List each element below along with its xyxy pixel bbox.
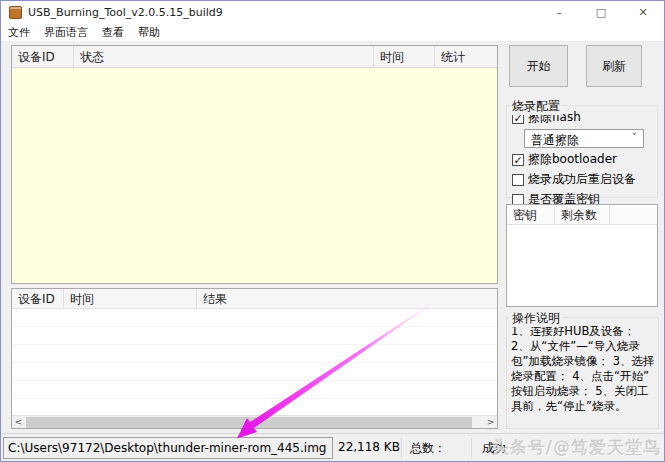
file-size: 22,118 KB — [338, 440, 400, 454]
erase-bootloader-row[interactable]: ✓ 擦除bootloader — [512, 151, 657, 168]
app-window: USB_Burning_Tool_v2.0.5.15_build9 – □ ✕ … — [0, 0, 665, 462]
app-icon — [9, 6, 22, 19]
chevron-down-icon: ˅ — [632, 132, 637, 143]
column-key[interactable]: 密钥 — [507, 205, 555, 224]
column-device-id[interactable]: 设备ID — [12, 289, 64, 308]
log-table: 设备ID 时间 结果 < > — [11, 288, 498, 429]
burn-config-title: 烧录配置 — [509, 98, 563, 115]
column-result[interactable]: 结果 — [197, 289, 497, 308]
minimize-button[interactable]: – — [538, 1, 580, 23]
reboot-after-success-label: 烧录成功后重启设备 — [528, 171, 636, 188]
column-device-id[interactable]: 设备ID — [12, 46, 74, 67]
menu-language[interactable]: 界面语言 — [37, 25, 95, 40]
key-table-header: 密钥 剩余数 — [507, 205, 657, 225]
device-status-table: 设备ID 状态 时间 统计 — [11, 45, 498, 284]
log-table-header: 设备ID 时间 结果 — [12, 289, 497, 309]
reboot-after-success-checkbox[interactable] — [512, 174, 524, 186]
horizontal-scrollbar[interactable]: < > — [12, 415, 497, 428]
burn-config-group: 烧录配置 ✓ 擦除flash 普通擦除 ˅ ✓ 擦除bootloader 烧录成… — [506, 105, 658, 198]
menu-help[interactable]: 帮助 — [131, 25, 167, 40]
column-remaining[interactable]: 剩余数 — [555, 205, 610, 224]
instructions-group: 操作说明 1、连接好HUB及设备； 2、从“文件”—“导入烧录包”加载烧录镜像；… — [506, 317, 659, 429]
start-button[interactable]: 开始 — [509, 45, 568, 87]
image-file-path: C:\Users\97172\Desktop\thunder-miner-rom… — [3, 437, 333, 459]
scroll-right-icon[interactable]: > — [484, 416, 497, 429]
menu-bar: 文件 界面语言 查看 帮助 — [1, 23, 664, 42]
erase-bootloader-checkbox[interactable]: ✓ — [512, 154, 524, 166]
watermark-text: 头条号/@笃爱天堂鸟 — [492, 436, 661, 459]
status-bar: C:\Users\97172\Desktop\thunder-miner-rom… — [1, 433, 664, 461]
refresh-button[interactable]: 刷新 — [586, 45, 642, 87]
erase-mode-value: 普通擦除 — [531, 133, 579, 147]
window-controls: – □ ✕ — [538, 1, 664, 23]
column-stats[interactable]: 统计 — [435, 46, 497, 67]
column-time[interactable]: 时间 — [64, 289, 197, 308]
scrollbar-thumb[interactable] — [26, 417, 472, 428]
statusbar-divider — [471, 438, 472, 458]
device-table-header: 设备ID 状态 时间 统计 — [12, 46, 497, 68]
column-status[interactable]: 状态 — [74, 46, 374, 67]
total-label: 总数： — [410, 440, 446, 457]
erase-bootloader-label: 擦除bootloader — [528, 151, 617, 168]
menu-file[interactable]: 文件 — [1, 25, 37, 40]
title-bar: USB_Burning_Tool_v2.0.5.15_build9 – □ ✕ — [1, 1, 664, 23]
column-time[interactable]: 时间 — [374, 46, 435, 67]
close-button[interactable]: ✕ — [622, 1, 664, 23]
window-title: USB_Burning_Tool_v2.0.5.15_build9 — [28, 6, 223, 19]
key-table: 密钥 剩余数 — [506, 204, 658, 307]
reboot-after-success-row[interactable]: 烧录成功后重启设备 — [512, 171, 657, 188]
log-table-body — [12, 309, 497, 415]
erase-mode-select[interactable]: 普通擦除 ˅ — [524, 129, 644, 148]
device-table-body — [12, 68, 497, 283]
column-empty — [610, 205, 657, 224]
instructions-title: 操作说明 — [509, 310, 563, 327]
scroll-left-icon[interactable]: < — [12, 416, 25, 429]
maximize-button[interactable]: □ — [580, 1, 622, 23]
menu-view[interactable]: 查看 — [95, 25, 131, 40]
statusbar-divider — [401, 438, 402, 458]
instructions-text: 1、连接好HUB及设备； 2、从“文件”—“导入烧录包”加载烧录镜像； 3、选择… — [507, 318, 658, 414]
